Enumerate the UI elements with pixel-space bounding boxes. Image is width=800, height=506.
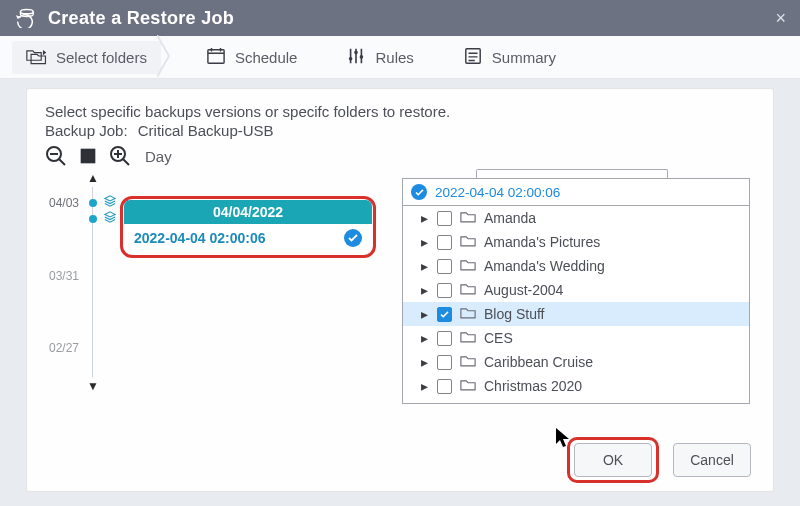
checkbox[interactable]: [437, 211, 452, 226]
checkbox[interactable]: [437, 379, 452, 394]
folder-tree-item[interactable]: ▸August-2004: [403, 278, 749, 302]
calendar-icon: [205, 47, 227, 68]
caret-right-icon[interactable]: ▸: [421, 282, 429, 298]
folder-icon: [460, 306, 476, 322]
timeline-tick[interactable]: 04/03 1: [49, 195, 131, 210]
svg-point-3: [355, 50, 359, 54]
button-label: OK: [603, 452, 623, 468]
step-label: Rules: [375, 49, 413, 66]
instruction-text: Select specific backups versions or spec…: [45, 103, 755, 120]
folder-tree-list: ▸Amanda▸Amanda's Pictures▸Amanda's Weddi…: [403, 206, 749, 398]
timeline-selection-highlight: 04/04/2022 2022-04-04 02:00:06: [120, 196, 376, 258]
step-schedule[interactable]: Schedule: [191, 41, 312, 74]
checkbox[interactable]: [437, 259, 452, 274]
scroll-down-icon[interactable]: ▼: [87, 379, 99, 393]
restore-job-icon: [14, 8, 36, 28]
caret-right-icon[interactable]: ▸: [421, 354, 429, 370]
ok-button[interactable]: OK: [574, 443, 652, 477]
folder-tree-item[interactable]: ▸Blog Stuff: [403, 302, 749, 326]
folder-tree-panel: 2022-04-04 02:00:06 ▸Amanda▸Amanda's Pic…: [402, 178, 750, 404]
folder-name: Amanda's Wedding: [484, 258, 605, 274]
backup-job-label: Backup Job:: [45, 122, 128, 139]
step-rules[interactable]: Rules: [331, 41, 427, 74]
folder-tree-header[interactable]: 2022-04-04 02:00:06: [403, 179, 749, 206]
folder-name: CES: [484, 330, 513, 346]
tick-label-faint: 03/31: [49, 269, 79, 283]
backup-job-line: Backup Job: Critical Backup-USB: [45, 122, 755, 139]
step-label: Summary: [492, 49, 556, 66]
scroll-up-icon[interactable]: ▲: [87, 171, 99, 185]
tick-dot-icon: [89, 199, 97, 207]
zoom-reset-icon[interactable]: [77, 145, 99, 167]
titlebar: Create a Restore Job ×: [0, 0, 800, 36]
cancel-button[interactable]: Cancel: [673, 443, 751, 477]
folder-tree-item[interactable]: ▸Caribbean Cruise: [403, 350, 749, 374]
step-arrow-icon: [157, 35, 171, 80]
check-circle-icon: [411, 184, 427, 200]
close-icon[interactable]: ×: [775, 9, 786, 27]
folder-icon: [460, 234, 476, 250]
sliders-icon: [345, 47, 367, 68]
stack-icon: [103, 195, 117, 210]
folder-icon: [460, 258, 476, 274]
checkbox[interactable]: [437, 283, 452, 298]
checkbox[interactable]: [437, 235, 452, 250]
folder-name: Caribbean Cruise: [484, 354, 593, 370]
folder-icon: [460, 282, 476, 298]
timeline-selection-row[interactable]: 2022-04-04 02:00:06: [124, 224, 372, 252]
zoom-out-icon[interactable]: [45, 145, 67, 167]
folder-name: August-2004: [484, 282, 563, 298]
svg-rect-7: [81, 149, 96, 164]
folder-tree-item[interactable]: ▸Christmas 2020: [403, 374, 749, 398]
checkbox[interactable]: [437, 355, 452, 370]
svg-point-2: [349, 56, 353, 60]
svg-point-0: [20, 9, 33, 13]
summary-icon: [462, 47, 484, 68]
check-circle-icon: [344, 229, 362, 247]
timeline-tick[interactable]: 1: [49, 211, 131, 226]
caret-right-icon[interactable]: ▸: [421, 258, 429, 274]
step-label: Schedule: [235, 49, 298, 66]
folder-tree-header-text: 2022-04-04 02:00:06: [435, 185, 560, 200]
checkbox[interactable]: [437, 307, 452, 322]
folder-icon: [460, 354, 476, 370]
checkbox[interactable]: [437, 331, 452, 346]
dialog-title: Create a Restore Job: [48, 8, 234, 29]
tick-dot-icon: [89, 215, 97, 223]
backup-job-name: Critical Backup-USB: [138, 122, 274, 139]
folder-icon: [460, 210, 476, 226]
folder-tree-item[interactable]: ▸Amanda: [403, 206, 749, 230]
folder-icon: [460, 378, 476, 394]
ok-button-highlight: OK: [567, 437, 659, 483]
tick-label: 04/03: [49, 196, 83, 210]
timeline-selection-date: 04/04/2022: [124, 200, 372, 224]
button-label: Cancel: [690, 452, 734, 468]
step-summary[interactable]: Summary: [448, 41, 570, 74]
folder-tree-item[interactable]: ▸CES: [403, 326, 749, 350]
step-select-folders[interactable]: Select folders: [12, 41, 161, 74]
folder-name: Christmas 2020: [484, 378, 582, 394]
caret-right-icon[interactable]: ▸: [421, 378, 429, 394]
zoom-label: Day: [145, 148, 172, 165]
caret-right-icon[interactable]: ▸: [421, 234, 429, 250]
folder-tree-item[interactable]: ▸Amanda's Pictures: [403, 230, 749, 254]
wizard-steps: Select folders Schedule Rules Summary: [0, 36, 800, 79]
caret-right-icon[interactable]: ▸: [421, 306, 429, 322]
timeline-selection-timestamp: 2022-04-04 02:00:06: [134, 230, 266, 246]
caret-right-icon[interactable]: ▸: [421, 330, 429, 346]
folder-name: Blog Stuff: [484, 306, 544, 322]
svg-point-4: [360, 55, 364, 59]
folder-name: Amanda: [484, 210, 536, 226]
svg-rect-1: [208, 49, 224, 63]
folder-tree-item[interactable]: ▸Amanda's Wedding: [403, 254, 749, 278]
zoom-in-icon[interactable]: [109, 145, 131, 167]
stack-icon: [103, 211, 117, 226]
step-label: Select folders: [56, 49, 147, 66]
timeline[interactable]: ▲ 04/03 1 1 03/31: [45, 173, 129, 389]
folder-name: Amanda's Pictures: [484, 234, 600, 250]
folder-icon: [460, 330, 476, 346]
zoom-controls: Day: [45, 145, 755, 167]
mouse-cursor-icon: [555, 427, 573, 453]
tick-label-faint: 02/27: [49, 341, 79, 355]
caret-right-icon[interactable]: ▸: [421, 210, 429, 226]
